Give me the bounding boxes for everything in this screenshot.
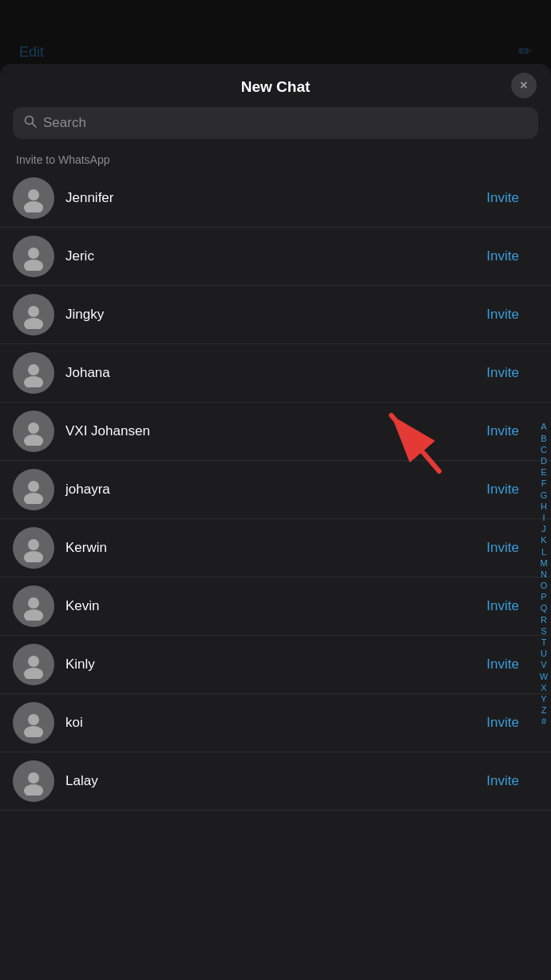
contact-item[interactable]: Jennifer Invite <box>0 169 551 228</box>
svg-point-3 <box>24 201 43 212</box>
invite-button[interactable]: Invite <box>486 773 535 789</box>
svg-point-9 <box>24 376 43 387</box>
alphabet-index[interactable]: ABCDEFGHIJKLMNOPQRSTUVWXYZ# <box>537 169 551 980</box>
svg-point-10 <box>28 423 39 434</box>
contact-name: koi <box>65 715 486 731</box>
svg-point-13 <box>24 493 43 504</box>
svg-point-2 <box>28 189 39 200</box>
invite-button[interactable]: Invite <box>486 715 535 731</box>
alpha-letter[interactable]: N <box>541 569 547 580</box>
invite-button[interactable]: Invite <box>486 598 535 614</box>
contact-list[interactable]: Jennifer Invite Jeric Invite Jingky Invi… <box>0 169 551 980</box>
svg-point-21 <box>24 726 43 737</box>
invite-button[interactable]: Invite <box>486 307 535 323</box>
contact-name: Kinly <box>65 657 486 673</box>
invite-button[interactable]: Invite <box>486 540 535 556</box>
alpha-letter[interactable]: L <box>541 547 546 557</box>
search-icon <box>24 115 37 131</box>
svg-point-7 <box>24 318 43 329</box>
svg-point-11 <box>24 434 43 446</box>
contact-item[interactable]: Jeric Invite <box>0 228 551 286</box>
contact-name: Jeric <box>65 248 486 264</box>
avatar <box>13 585 54 627</box>
alpha-letter[interactable]: D <box>541 456 547 466</box>
alpha-letter[interactable]: Q <box>541 603 548 613</box>
svg-point-4 <box>28 248 39 259</box>
contact-item[interactable]: VXI Johansen Invite <box>0 403 551 461</box>
invite-button[interactable]: Invite <box>486 248 535 264</box>
contact-name: VXI Johansen <box>65 423 486 439</box>
modal-header: New Chat × <box>0 64 551 107</box>
contact-item[interactable]: Johana Invite <box>0 344 551 403</box>
contact-item[interactable]: Kinly Invite <box>0 636 551 694</box>
alpha-letter[interactable]: O <box>541 581 548 591</box>
alpha-letter[interactable]: T <box>541 637 547 648</box>
svg-point-12 <box>28 481 39 492</box>
avatar <box>13 644 54 685</box>
alpha-letter[interactable]: S <box>541 626 546 637</box>
alpha-letter[interactable]: Z <box>541 705 547 716</box>
alpha-letter[interactable]: M <box>540 558 547 569</box>
invite-button[interactable]: Invite <box>486 657 535 673</box>
contact-name: Lalay <box>65 773 486 789</box>
alpha-letter[interactable]: G <box>541 490 548 501</box>
contact-item[interactable]: Kevin Invite <box>0 577 551 636</box>
alpha-letter[interactable]: J <box>541 524 546 534</box>
alpha-letter[interactable]: P <box>541 592 546 602</box>
svg-point-8 <box>28 364 39 375</box>
contact-item[interactable]: koi Invite <box>0 694 551 752</box>
contact-name: Jingky <box>65 307 486 323</box>
svg-point-17 <box>24 609 43 621</box>
alpha-letter[interactable]: B <box>541 434 546 444</box>
alpha-letter[interactable]: A <box>541 422 546 432</box>
alpha-letter[interactable]: W <box>540 672 548 682</box>
invite-button[interactable]: Invite <box>486 190 535 206</box>
contact-name: Johana <box>65 365 486 381</box>
svg-point-22 <box>28 772 39 784</box>
alpha-letter[interactable]: U <box>541 649 547 659</box>
invite-button[interactable]: Invite <box>486 423 535 439</box>
modal-title: New Chat <box>241 78 311 96</box>
svg-point-20 <box>28 714 39 725</box>
avatar <box>13 177 54 219</box>
alpha-letter[interactable]: C <box>541 445 547 455</box>
search-input[interactable] <box>43 115 527 131</box>
svg-point-18 <box>28 656 39 667</box>
contact-name: Kevin <box>65 598 486 614</box>
contact-item[interactable]: Jingky Invite <box>0 286 551 344</box>
alpha-letter[interactable]: R <box>541 615 547 625</box>
avatar <box>13 236 54 277</box>
avatar <box>13 702 54 744</box>
avatar <box>13 760 54 802</box>
new-chat-modal: New Chat × Invite to WhatsApp Jennifer I… <box>0 64 551 980</box>
alpha-letter[interactable]: F <box>541 478 547 489</box>
avatar <box>13 294 54 335</box>
invite-button[interactable]: Invite <box>486 482 535 498</box>
contact-name: johayra <box>65 482 486 498</box>
avatar <box>13 527 54 569</box>
contact-item[interactable]: Lalay Invite <box>0 752 551 811</box>
contact-item[interactable]: johayra Invite <box>0 461 551 519</box>
svg-point-23 <box>24 784 43 796</box>
avatar <box>13 469 54 510</box>
invite-button[interactable]: Invite <box>486 365 535 381</box>
avatar <box>13 411 54 452</box>
alpha-letter[interactable]: X <box>541 683 546 693</box>
svg-point-14 <box>28 539 39 550</box>
contact-item[interactable]: Kerwin Invite <box>0 519 551 577</box>
alpha-letter[interactable]: V <box>541 660 546 670</box>
alpha-letter[interactable]: I <box>542 513 545 523</box>
svg-point-6 <box>28 306 39 317</box>
section-header: Invite to WhatsApp <box>0 149 551 169</box>
avatar <box>13 352 54 394</box>
alpha-letter[interactable]: E <box>541 467 546 478</box>
alpha-letter[interactable]: # <box>541 716 546 727</box>
svg-point-19 <box>24 668 43 679</box>
contact-name: Jennifer <box>65 190 486 206</box>
svg-point-15 <box>24 551 43 562</box>
close-button[interactable]: × <box>511 73 537 98</box>
alpha-letter[interactable]: H <box>541 502 547 512</box>
alpha-letter[interactable]: Y <box>541 694 546 704</box>
alpha-letter[interactable]: K <box>541 535 546 546</box>
search-bar <box>13 107 538 139</box>
